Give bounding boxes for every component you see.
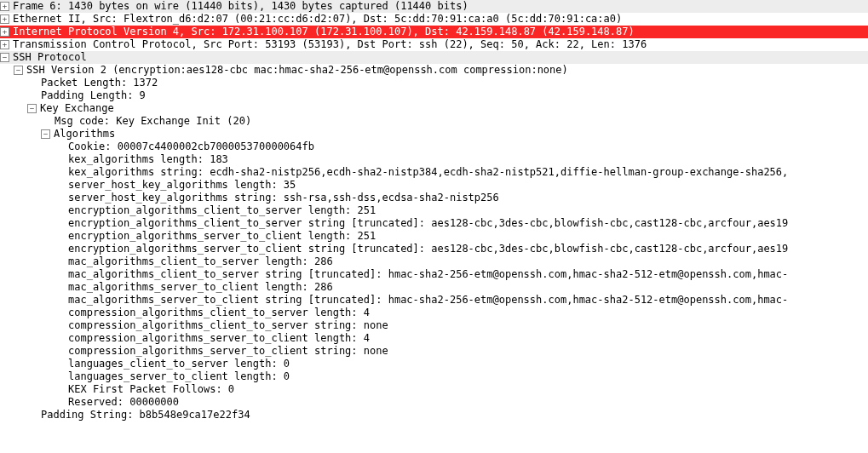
tree-row-text: KEX First Packet Follows: 0	[68, 383, 234, 396]
tree-row-text: languages_client_to_server length: 0	[68, 358, 290, 370]
collapse-icon[interactable]: −	[14, 66, 23, 75]
tree-row[interactable]: compression_algorithms_client_to_server …	[0, 307, 868, 319]
tree-row-text: compression_algorithms_client_to_server …	[68, 319, 388, 332]
tree-row[interactable]: languages_server_to_client length: 0	[0, 370, 868, 383]
tree-row-text: Algorithms	[54, 128, 115, 140]
expand-icon[interactable]: +	[0, 40, 9, 49]
tree-row[interactable]: +Internet Protocol Version 4, Src: 172.3…	[0, 26, 868, 38]
tree-row[interactable]: +Transmission Control Protocol, Src Port…	[0, 38, 868, 51]
expand-icon[interactable]: +	[0, 27, 9, 37]
tree-row[interactable]: compression_algorithms_client_to_server …	[0, 319, 868, 332]
tree-row-text: Ethernet II, Src: Flextron_d6:d2:07 (00:…	[13, 13, 622, 26]
tree-row-text: server_host_key_algorithms string: ssh-r…	[68, 192, 499, 204]
tree-row-text: Frame 6: 1430 bytes on wire (11440 bits)…	[13, 0, 468, 13]
tree-row[interactable]: mac_algorithms_client_to_server string […	[0, 268, 868, 281]
tree-row[interactable]: −SSH Version 2 (encryption:aes128-cbc ma…	[0, 64, 868, 77]
tree-row[interactable]: mac_algorithms_client_to_server length: …	[0, 255, 868, 268]
tree-row[interactable]: Padding String: b8b548e9ca17e22f34	[0, 409, 868, 421]
expand-icon[interactable]: +	[0, 2, 9, 11]
tree-row[interactable]: Reserved: 00000000	[0, 396, 868, 409]
tree-row[interactable]: encryption_algorithms_client_to_server s…	[0, 217, 868, 230]
tree-row[interactable]: KEX First Packet Follows: 0	[0, 383, 868, 396]
collapse-icon[interactable]: −	[27, 104, 37, 113]
tree-row[interactable]: encryption_algorithms_server_to_client s…	[0, 243, 868, 255]
tree-row[interactable]: mac_algorithms_server_to_client length: …	[0, 281, 868, 294]
tree-row[interactable]: server_host_key_algorithms string: ssh-r…	[0, 192, 868, 204]
tree-row[interactable]: Padding Length: 9	[0, 89, 868, 102]
tree-row-text: Packet Length: 1372	[41, 77, 158, 89]
tree-row-text: kex_algorithms string: ecdh-sha2-nistp25…	[68, 166, 788, 179]
tree-row[interactable]: encryption_algorithms_client_to_server l…	[0, 204, 868, 217]
tree-row-text: Msg code: Key Exchange Init (20)	[55, 115, 251, 128]
tree-row[interactable]: Cookie: 00007c4400002cb700005370000064fb	[0, 140, 868, 153]
tree-row[interactable]: kex_algorithms string: ecdh-sha2-nistp25…	[0, 166, 868, 179]
tree-row-text: Key Exchange	[40, 102, 114, 115]
tree-row-text: mac_algorithms_client_to_server string […	[68, 268, 788, 281]
tree-row-text: kex_algorithms length: 183	[68, 153, 228, 166]
tree-row[interactable]: languages_client_to_server length: 0	[0, 358, 868, 370]
tree-row-text: Cookie: 00007c4400002cb700005370000064fb	[68, 140, 314, 153]
tree-row[interactable]: −Key Exchange	[0, 102, 868, 115]
tree-row-text: Internet Protocol Version 4, Src: 172.31…	[13, 26, 635, 38]
tree-row[interactable]: kex_algorithms length: 183	[0, 153, 868, 166]
tree-row[interactable]: −SSH Protocol	[0, 51, 868, 64]
tree-row-text: SSH Version 2 (encryption:aes128-cbc mac…	[26, 64, 568, 77]
tree-row-text: mac_algorithms_server_to_client length: …	[68, 281, 333, 294]
tree-row[interactable]: compression_algorithms_server_to_client …	[0, 332, 868, 345]
collapse-icon[interactable]: −	[0, 53, 9, 62]
tree-row-text: languages_server_to_client length: 0	[68, 370, 290, 383]
tree-row-text: Padding String: b8b548e9ca17e22f34	[41, 409, 250, 421]
tree-row-text: Transmission Control Protocol, Src Port:…	[13, 38, 647, 51]
tree-row[interactable]: compression_algorithms_server_to_client …	[0, 345, 868, 358]
tree-row-text: mac_algorithms_server_to_client string […	[68, 294, 788, 307]
tree-row[interactable]: +Frame 6: 1430 bytes on wire (11440 bits…	[0, 0, 868, 13]
tree-row-text: server_host_key_algorithms length: 35	[68, 179, 296, 192]
tree-row[interactable]: +Ethernet II, Src: Flextron_d6:d2:07 (00…	[0, 13, 868, 26]
packet-details-tree[interactable]: +Frame 6: 1430 bytes on wire (11440 bits…	[0, 0, 868, 421]
tree-row-text: SSH Protocol	[13, 51, 87, 64]
expand-icon[interactable]: +	[0, 14, 9, 24]
tree-row-text: encryption_algorithms_client_to_server l…	[68, 204, 376, 217]
tree-row-text: Reserved: 00000000	[68, 396, 179, 409]
tree-row[interactable]: −Algorithms	[0, 128, 868, 140]
tree-row-text: encryption_algorithms_server_to_client s…	[68, 243, 788, 255]
tree-row-text: encryption_algorithms_client_to_server s…	[68, 217, 788, 230]
tree-row[interactable]: Msg code: Key Exchange Init (20)	[0, 115, 868, 128]
tree-row[interactable]: encryption_algorithms_server_to_client l…	[0, 230, 868, 243]
tree-row-text: mac_algorithms_client_to_server length: …	[68, 255, 333, 268]
tree-row-text: Padding Length: 9	[41, 89, 146, 102]
tree-row-text: compression_algorithms_server_to_client …	[68, 345, 388, 358]
tree-row-text: compression_algorithms_server_to_client …	[68, 332, 370, 345]
tree-row[interactable]: Packet Length: 1372	[0, 77, 868, 89]
tree-row-text: encryption_algorithms_server_to_client l…	[68, 230, 376, 243]
collapse-icon[interactable]: −	[41, 129, 50, 139]
tree-row-text: compression_algorithms_client_to_server …	[68, 307, 370, 319]
tree-row[interactable]: mac_algorithms_server_to_client string […	[0, 294, 868, 307]
tree-row[interactable]: server_host_key_algorithms length: 35	[0, 179, 868, 192]
